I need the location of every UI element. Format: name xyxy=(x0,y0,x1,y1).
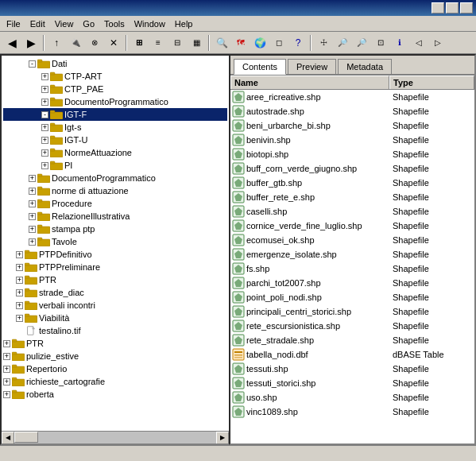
tree-scroll[interactable]: - Dati+ CTP-ART+ CTP_PAE+ DocumentoProgr… xyxy=(2,56,229,431)
file-row[interactable]: vinc1089.shpShapefile xyxy=(230,405,474,419)
zoom-out-button[interactable]: 🔎 xyxy=(353,34,370,52)
view4-button[interactable]: ▦ xyxy=(188,34,205,52)
tree-node-pulizie_estive[interactable]: + pulizie_estive xyxy=(3,350,227,362)
back2-button[interactable]: ◁ xyxy=(410,34,428,52)
tree-node-documentoprogrammatico[interactable]: + DocumentoProgrammatico xyxy=(3,95,227,108)
tree-node-igt-f[interactable]: - IGT-F xyxy=(3,108,227,121)
file-row[interactable]: principali_centri_storici.shpShapefile xyxy=(230,304,474,319)
tree-expander-icon[interactable]: + xyxy=(41,86,48,93)
file-row[interactable]: fs.shpShapefile xyxy=(230,261,474,276)
file-row[interactable]: parchi_tot2007.shpShapefile xyxy=(230,276,474,290)
file-row[interactable]: biotopi.shpShapefile xyxy=(230,147,474,161)
menu-help[interactable]: Help xyxy=(170,17,198,30)
tree-node-ptr[interactable]: + PTR xyxy=(3,273,227,286)
tree-expander-icon[interactable]: + xyxy=(29,175,36,182)
file-row[interactable]: aree_ricreative.shpShapefile xyxy=(230,90,474,104)
tree-expander-icon[interactable]: + xyxy=(16,315,23,322)
file-row[interactable]: buffer_rete_e.shpShapefile xyxy=(230,190,474,204)
delete-button[interactable]: ✕ xyxy=(105,34,122,52)
tree-expander-icon[interactable]: + xyxy=(16,277,23,284)
menu-go[interactable]: Go xyxy=(78,17,99,30)
tree-node-viabilità[interactable]: + Viabilità xyxy=(3,312,227,324)
tree-node-procedure[interactable]: + Procedure xyxy=(3,197,227,210)
tree-expander-icon[interactable]: + xyxy=(29,238,36,246)
connect-button[interactable]: 🔌 xyxy=(67,34,84,52)
tree-node-ctp-art[interactable]: + CTP-ART xyxy=(3,70,227,83)
file-row[interactable]: cornice_verde_fine_luglio.shpShapefile xyxy=(230,219,474,233)
arcscene-button[interactable]: ◻ xyxy=(270,34,288,52)
tree-node-normeattuazione[interactable]: + NormeAttuazione xyxy=(3,146,227,159)
tree-expander-icon[interactable]: + xyxy=(29,188,36,195)
tab-contents[interactable]: Contents xyxy=(234,59,286,75)
tree-node-norme-di-attuazione[interactable]: + norme di attuazione xyxy=(3,184,227,197)
tree-expander-icon[interactable]: + xyxy=(16,289,23,296)
file-row[interactable]: rete_stradale.shpShapefile xyxy=(230,333,474,347)
tree-expander-icon[interactable]: + xyxy=(3,378,10,385)
file-row[interactable]: beni_urbarche_bi.shpShapefile xyxy=(230,118,474,133)
tree-expander-icon[interactable]: + xyxy=(29,226,36,233)
file-row[interactable]: buffer_gtb.shpShapefile xyxy=(230,176,474,190)
tree-expander-icon[interactable]: + xyxy=(16,302,23,309)
tree-expander-icon[interactable]: + xyxy=(16,264,23,271)
menu-file[interactable]: File xyxy=(2,17,25,30)
arcglobe-button[interactable]: 🌍 xyxy=(251,34,269,52)
tree-node-roberta[interactable]: + roberta xyxy=(3,388,227,401)
tree-node-igt-s[interactable]: + Igt-s xyxy=(3,121,227,134)
tab-preview[interactable]: Preview xyxy=(288,59,336,74)
forward2-button[interactable]: ▷ xyxy=(429,34,447,52)
tree-expander-icon[interactable]: - xyxy=(41,111,48,118)
tree-node-tavole[interactable]: + Tavole xyxy=(3,235,227,248)
file-row[interactable]: emergenze_isolate.shpShapefile xyxy=(230,247,474,261)
tree-expander-icon[interactable]: + xyxy=(41,99,48,106)
file-row[interactable]: buff_corn_verde_giugno.shpShapefile xyxy=(230,161,474,176)
zoom-in-button[interactable]: 🔎 xyxy=(334,34,351,52)
view2-button[interactable]: ≡ xyxy=(149,34,167,52)
tree-node-testalino.tif[interactable]: testalino.tif xyxy=(3,324,227,337)
file-row[interactable]: ecomusei_ok.shpShapefile xyxy=(230,233,474,247)
maximize-button[interactable] xyxy=(446,2,459,14)
file-row[interactable]: tessuti_storici.shpShapefile xyxy=(230,376,474,390)
hscroll-left[interactable]: ◀ xyxy=(2,432,14,444)
disconnect-button[interactable]: ⊗ xyxy=(86,34,103,52)
tree-expander-icon[interactable]: + xyxy=(41,137,48,144)
minimize-button[interactable] xyxy=(431,2,444,14)
file-list[interactable]: Name Type aree_ricreative.shpShapefile a… xyxy=(230,76,474,444)
tab-metadata[interactable]: Metadata xyxy=(338,59,392,74)
tree-node-verbali-incontri[interactable]: + verbali incontri xyxy=(3,299,227,312)
menu-window[interactable]: Window xyxy=(130,17,170,30)
file-row[interactable]: rete_escursionistica.shpShapefile xyxy=(230,319,474,333)
tree-node-ptr[interactable]: + PTR xyxy=(3,337,227,350)
tree-hscrollbar[interactable]: ◀ ▶ xyxy=(2,431,229,444)
tree-expander-icon[interactable]: + xyxy=(29,213,36,220)
view3-button[interactable]: ⊟ xyxy=(168,34,186,52)
tree-node-repertorio[interactable]: + Repertorio xyxy=(3,362,227,375)
forward-button[interactable]: ▶ xyxy=(22,34,40,52)
tree-node-ctp_pae[interactable]: + CTP_PAE xyxy=(3,83,227,95)
menu-tools[interactable]: Tools xyxy=(99,17,130,30)
hscroll-track[interactable] xyxy=(14,432,216,444)
view1-button[interactable]: ⊞ xyxy=(130,34,148,52)
up-button[interactable]: ↑ xyxy=(48,34,65,52)
tree-expander-icon[interactable]: + xyxy=(3,353,10,360)
tree-expander-icon[interactable]: + xyxy=(16,251,23,258)
menu-edit[interactable]: Edit xyxy=(25,17,50,30)
tree-expander-icon[interactable]: + xyxy=(41,149,48,157)
tree-node-strade_diac[interactable]: + strade_diac xyxy=(3,286,227,299)
hscroll-thumb[interactable] xyxy=(14,432,38,443)
hscroll-right[interactable]: ▶ xyxy=(216,432,229,444)
tree-node-documentoprogrammatico[interactable]: + DocumentoProgrammatico xyxy=(3,172,227,184)
tree-node-ptppreliminare[interactable]: + PTPPreliminare xyxy=(3,261,227,273)
file-row[interactable]: uso.shpShapefile xyxy=(230,390,474,405)
menu-view[interactable]: View xyxy=(50,17,79,30)
close-button[interactable] xyxy=(460,2,473,14)
help-button[interactable]: ? xyxy=(289,34,307,52)
arcmap-button[interactable]: 🗺 xyxy=(232,34,250,52)
identify-button[interactable]: ℹ xyxy=(391,34,408,52)
tree-node-dati[interactable]: - Dati xyxy=(3,57,227,70)
tree-expander-icon[interactable]: + xyxy=(41,124,48,131)
search-button[interactable]: 🔍 xyxy=(213,34,230,52)
tree-expander-icon[interactable]: + xyxy=(3,391,10,398)
file-row[interactable]: tabella_nodi.dbfdBASE Table xyxy=(230,347,474,362)
tree-node-stampa-ptp[interactable]: + stampa ptp xyxy=(3,223,227,235)
full-extent-button[interactable]: ⊡ xyxy=(372,34,389,52)
